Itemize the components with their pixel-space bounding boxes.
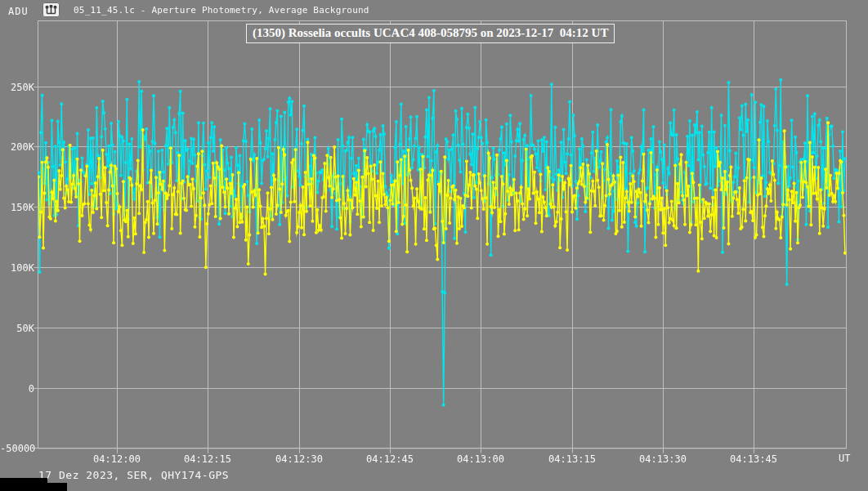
lightcurve-icon xyxy=(43,2,60,17)
x-tick-label: 04:13:15 xyxy=(535,453,609,465)
footer-info: 17 Dez 2023, SER, QHY174-GPS xyxy=(38,470,229,480)
x-tick-label: 04:12:00 xyxy=(80,453,154,465)
titlebar-text: 05_11_45.lc - Aperture Photometry, Avera… xyxy=(74,6,369,15)
x-tick-label: 04:12:30 xyxy=(262,453,336,465)
lightcurve-icon-glyph xyxy=(45,5,57,16)
y-tick-label: 50K xyxy=(0,323,34,334)
y-tick-label: 0 xyxy=(0,383,34,395)
adu-axis-label: ADU xyxy=(8,7,29,16)
x-tick-label: 04:13:30 xyxy=(626,453,700,465)
ut-axis-label: UT xyxy=(839,453,850,463)
screen-artifact-patch xyxy=(0,483,67,491)
y-tick-label: 200K xyxy=(0,141,34,153)
lightcurve-window: ADU 05_11_45.lc - Aperture Photometry, A… xyxy=(0,0,868,491)
y-tick-label: -50000 xyxy=(0,443,34,454)
x-tick-label: 04:13:45 xyxy=(717,453,790,465)
x-tick-label: 04:12:45 xyxy=(353,453,427,465)
y-tick-label: 100K xyxy=(0,262,34,274)
x-tick-label: 04:13:00 xyxy=(444,453,517,465)
y-tick-label: 150K xyxy=(0,202,34,213)
y-tick-label: 250K xyxy=(0,82,34,93)
x-tick-label: 04:12:15 xyxy=(171,453,244,465)
lightcurve-plot xyxy=(0,0,868,491)
chart-title: (1350) Rosselia occults UCAC4 408-058795… xyxy=(246,24,615,43)
